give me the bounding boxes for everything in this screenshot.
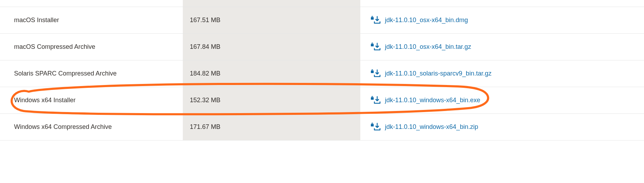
download-cell: jdk-11.0.10_osx-x64_bin.dmg bbox=[360, 16, 644, 25]
downloads-table: macOS Installer 167.51 MB jdk-11.0.10_os… bbox=[0, 0, 644, 140]
svg-rect-3 bbox=[371, 97, 374, 100]
lock-download-icon bbox=[371, 16, 381, 25]
table-row: Windows x64 Compressed Archive 171.67 MB… bbox=[0, 114, 644, 140]
download-cell: jdk-11.0.10_osx-x64_bin.tar.gz bbox=[360, 43, 644, 52]
table-row: macOS Installer 167.51 MB jdk-11.0.10_os… bbox=[0, 7, 644, 34]
download-link[interactable]: jdk-11.0.10_osx-x64_bin.dmg bbox=[385, 17, 468, 24]
download-size: 184.82 MB bbox=[183, 60, 360, 87]
svg-rect-2 bbox=[371, 71, 374, 73]
svg-rect-1 bbox=[371, 44, 374, 46]
download-size: 152.32 MB bbox=[183, 87, 360, 113]
lock-download-icon bbox=[371, 69, 381, 78]
download-size: 171.67 MB bbox=[183, 114, 360, 140]
download-size: 167.84 MB bbox=[183, 34, 360, 60]
download-cell: jdk-11.0.10_windows-x64_bin.exe bbox=[360, 96, 644, 105]
table-row: Solaris SPARC Compressed Archive 184.82 … bbox=[0, 60, 644, 87]
download-cell: jdk-11.0.10_solaris-sparcv9_bin.tar.gz bbox=[360, 69, 644, 78]
svg-rect-0 bbox=[371, 17, 374, 20]
lock-download-icon bbox=[371, 96, 381, 105]
download-description: macOS Compressed Archive bbox=[0, 43, 183, 51]
download-description: macOS Installer bbox=[0, 17, 183, 24]
download-link[interactable]: jdk-11.0.10_solaris-sparcv9_bin.tar.gz bbox=[385, 70, 491, 77]
header-size bbox=[183, 0, 360, 7]
download-description: Solaris SPARC Compressed Archive bbox=[0, 70, 183, 77]
download-description: Windows x64 Compressed Archive bbox=[0, 123, 183, 131]
download-link[interactable]: jdk-11.0.10_osx-x64_bin.tar.gz bbox=[385, 43, 471, 51]
download-link[interactable]: jdk-11.0.10_windows-x64_bin.exe bbox=[385, 97, 480, 104]
table-header-row bbox=[0, 0, 644, 7]
download-description: Windows x64 Installer bbox=[0, 97, 183, 104]
download-size: 167.51 MB bbox=[183, 7, 360, 33]
download-cell: jdk-11.0.10_windows-x64_bin.zip bbox=[360, 123, 644, 132]
download-link[interactable]: jdk-11.0.10_windows-x64_bin.zip bbox=[385, 123, 478, 131]
lock-download-icon bbox=[371, 123, 381, 132]
table-row: Windows x64 Installer 152.32 MB jdk-11.0… bbox=[0, 87, 644, 114]
lock-download-icon bbox=[371, 43, 381, 52]
svg-rect-4 bbox=[371, 124, 374, 126]
table-row: macOS Compressed Archive 167.84 MB jdk-1… bbox=[0, 34, 644, 60]
